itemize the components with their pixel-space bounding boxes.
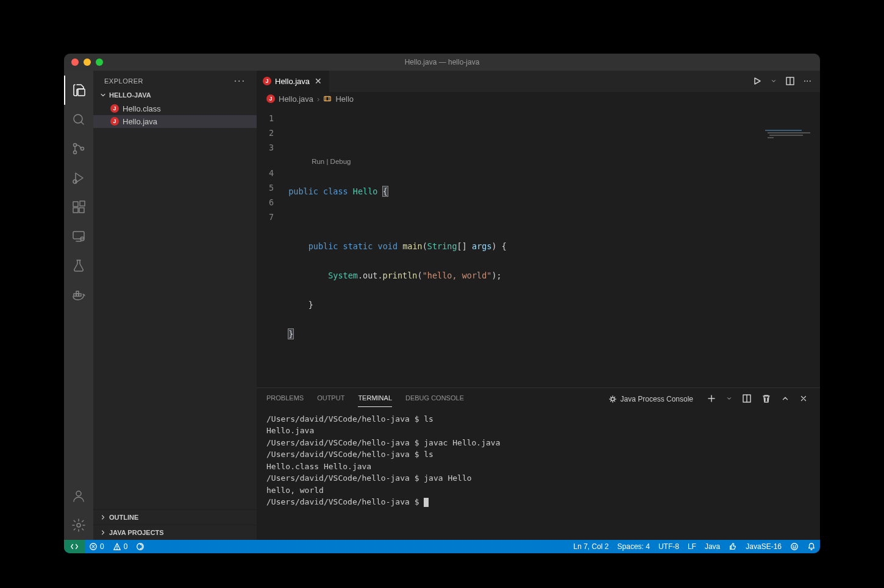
svg-rect-19 bbox=[324, 97, 331, 101]
file-tree: J Hello.class J Hello.java bbox=[93, 101, 257, 509]
svg-point-28 bbox=[791, 543, 798, 550]
sidebar: EXPLORER ··· HELLO-JAVA J Hello.class J … bbox=[93, 71, 257, 540]
status-thumbsup[interactable] bbox=[724, 540, 741, 553]
extensions-icon[interactable] bbox=[64, 193, 93, 222]
panel-actions bbox=[707, 394, 810, 405]
panel-tabs: PROBLEMS OUTPUT TERMINAL DEBUG CONSOLE J… bbox=[257, 388, 820, 407]
folder-name: HELLO-JAVA bbox=[109, 91, 151, 99]
svg-rect-6 bbox=[73, 202, 78, 207]
tab-hello-java[interactable]: J Hello.java ✕ bbox=[257, 71, 329, 92]
breadcrumb-file: Hello.java bbox=[279, 94, 313, 104]
window-title: Hello.java — hello-java bbox=[64, 58, 820, 66]
remote-button[interactable] bbox=[64, 540, 85, 553]
folder-header[interactable]: HELLO-JAVA bbox=[93, 89, 257, 101]
tab-terminal[interactable]: TERMINAL bbox=[358, 392, 392, 407]
svg-rect-10 bbox=[73, 232, 84, 239]
source-control-icon[interactable] bbox=[64, 134, 93, 163]
svg-point-30 bbox=[795, 545, 796, 546]
status-bar: 0 0 Ln 7, Col 2 Spaces: 4 UTF-8 LF Java … bbox=[64, 540, 820, 553]
svg-point-29 bbox=[793, 545, 794, 546]
svg-rect-8 bbox=[79, 208, 84, 213]
file-item[interactable]: J Hello.class bbox=[93, 102, 257, 115]
terminal-dropdown-button[interactable] bbox=[726, 395, 732, 403]
status-language[interactable]: Java bbox=[700, 540, 724, 553]
svg-rect-7 bbox=[73, 208, 78, 213]
split-terminal-button[interactable] bbox=[742, 394, 752, 405]
bottom-panel: PROBLEMS OUTPUT TERMINAL DEBUG CONSOLE J… bbox=[257, 388, 820, 540]
status-warnings[interactable]: 0 bbox=[109, 540, 132, 553]
split-editor-button[interactable] bbox=[785, 76, 795, 86]
docker-icon[interactable] bbox=[64, 280, 93, 310]
svg-point-5 bbox=[73, 180, 77, 183]
remote-explorer-icon[interactable] bbox=[64, 222, 93, 251]
accounts-icon[interactable] bbox=[64, 481, 93, 511]
activity-bar bbox=[64, 71, 93, 540]
zoom-window-button[interactable] bbox=[96, 58, 103, 66]
run-button[interactable] bbox=[752, 76, 762, 86]
status-encoding[interactable]: UTF-8 bbox=[654, 540, 683, 553]
java-file-icon: J bbox=[266, 94, 275, 103]
testing-icon[interactable] bbox=[64, 251, 93, 280]
status-jdk[interactable]: JavaSE-16 bbox=[741, 540, 786, 553]
titlebar: Hello.java — hello-java bbox=[64, 54, 820, 71]
tab-output[interactable]: OUTPUT bbox=[317, 392, 344, 406]
more-actions-button[interactable]: ··· bbox=[804, 76, 811, 87]
java-file-icon: J bbox=[263, 77, 271, 85]
run-dropdown-button[interactable] bbox=[771, 78, 777, 84]
status-eol[interactable]: LF bbox=[683, 540, 700, 553]
breadcrumb[interactable]: J Hello.java › Hello bbox=[257, 92, 820, 106]
sidebar-section-outline[interactable]: OUTLINE bbox=[93, 509, 257, 525]
tab-bar: J Hello.java ✕ ··· bbox=[257, 71, 820, 92]
vscode-window: Hello.java — hello-java EXPLORER ··· HEL… bbox=[64, 54, 820, 553]
breadcrumb-symbol: Hello bbox=[335, 94, 354, 104]
svg-rect-0 bbox=[78, 89, 85, 96]
maximize-panel-button[interactable] bbox=[781, 394, 790, 404]
tab-label: Hello.java bbox=[275, 77, 310, 86]
code-area[interactable]: public class Hello { Run | Debug public … bbox=[281, 106, 820, 388]
status-feedback[interactable] bbox=[786, 540, 803, 553]
status-indent[interactable]: Spaces: 4 bbox=[613, 540, 654, 553]
svg-rect-15 bbox=[76, 291, 79, 294]
tab-problems[interactable]: PROBLEMS bbox=[266, 392, 304, 406]
svg-point-16 bbox=[76, 491, 81, 496]
close-window-button[interactable] bbox=[71, 58, 79, 66]
file-item[interactable]: J Hello.java bbox=[93, 115, 257, 128]
sidebar-title: EXPLORER bbox=[104, 77, 143, 85]
status-notifications[interactable] bbox=[803, 540, 820, 553]
new-terminal-button[interactable] bbox=[707, 394, 716, 405]
settings-icon[interactable] bbox=[64, 511, 93, 540]
sidebar-section-java-projects[interactable]: JAVA PROJECTS bbox=[93, 525, 257, 540]
java-file-icon: J bbox=[110, 117, 119, 126]
line-numbers: 1234567 bbox=[257, 106, 281, 388]
kill-terminal-button[interactable] bbox=[761, 394, 771, 405]
terminal-cursor bbox=[424, 498, 429, 507]
sidebar-more-button[interactable]: ··· bbox=[234, 76, 246, 87]
chevron-right-icon: › bbox=[317, 94, 319, 104]
editor-group: J Hello.java ✕ ··· J Hello.java › Hello bbox=[257, 71, 820, 540]
traffic-lights bbox=[64, 58, 103, 66]
code-lens[interactable]: Run | Debug bbox=[312, 157, 351, 166]
editor-actions: ··· bbox=[752, 71, 820, 92]
tab-debug-console[interactable]: DEBUG CONSOLE bbox=[405, 392, 464, 406]
svg-rect-14 bbox=[79, 294, 81, 296]
file-name: Hello.class bbox=[123, 104, 161, 113]
terminal-output[interactable]: /Users/david/VSCode/hello-java $ lsHello… bbox=[257, 407, 820, 540]
status-cursor[interactable]: Ln 7, Col 2 bbox=[569, 540, 613, 553]
status-java-ready[interactable] bbox=[132, 540, 149, 553]
sidebar-title-row: EXPLORER ··· bbox=[93, 71, 257, 89]
explorer-icon[interactable] bbox=[64, 76, 93, 105]
search-icon[interactable] bbox=[64, 105, 93, 134]
minimize-window-button[interactable] bbox=[84, 58, 91, 66]
tab-close-button[interactable]: ✕ bbox=[313, 75, 323, 87]
svg-point-17 bbox=[77, 523, 80, 527]
status-errors[interactable]: 0 bbox=[85, 540, 109, 553]
run-debug-icon[interactable] bbox=[64, 163, 93, 193]
java-file-icon: J bbox=[110, 104, 119, 113]
editor[interactable]: 1234567 public class Hello { Run | Debug… bbox=[257, 106, 820, 388]
svg-rect-9 bbox=[80, 201, 85, 206]
close-panel-button[interactable] bbox=[799, 394, 808, 404]
file-name: Hello.java bbox=[123, 117, 157, 126]
terminal-selector[interactable]: Java Process Console bbox=[608, 395, 693, 403]
